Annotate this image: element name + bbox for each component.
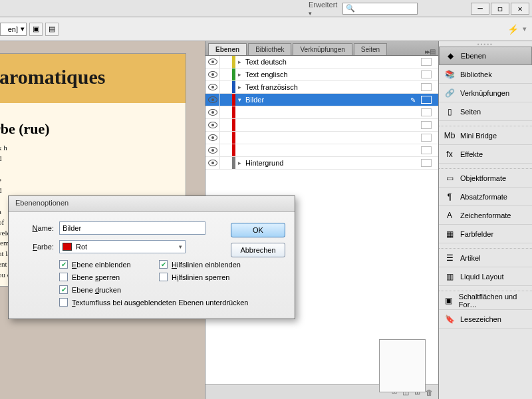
dock-item-icon: A — [444, 210, 455, 221]
dock-item-liquid-layout[interactable]: ▥Liquid Layout — [439, 267, 532, 286]
checkbox-option[interactable]: ✔Ebene drucken — [59, 285, 159, 294]
control-bar: en]▾ ▣ ▤ ⚡ ▾ — [0, 17, 532, 41]
dock-item-label: Verknüpfungen — [460, 89, 509, 97]
toolbar-icon-2[interactable]: ▤ — [45, 23, 59, 36]
selection-indicator[interactable] — [421, 96, 432, 104]
layer-row[interactable]: ▾Bilder✎ — [205, 94, 438, 106]
layer-color-bar — [232, 56, 235, 68]
image-frame-placeholder[interactable] — [379, 339, 426, 392]
dock-item-label: Farbfelder — [460, 230, 493, 238]
layer-row[interactable]: ▸Text englisch — [205, 68, 438, 81]
selection-indicator[interactable] — [421, 70, 432, 78]
checkbox-option[interactable]: Hilfslinien sperren — [159, 273, 285, 281]
panel-tab-seiten[interactable]: Seiten — [354, 43, 387, 55]
selection-indicator[interactable] — [421, 83, 432, 91]
layer-row[interactable]: ▸Text französisch — [205, 81, 438, 94]
checkbox-icon[interactable]: ✔ — [159, 260, 168, 269]
dock-item-mini-bridge[interactable]: MbMini Bridge — [439, 126, 532, 145]
dock-item-schaltfl-chen-und-for-[interactable]: ▣Schaltflächen und For… — [439, 291, 532, 310]
dock-item-ebenen[interactable]: ◆Ebenen — [439, 47, 532, 65]
checkbox-icon[interactable] — [59, 298, 68, 307]
disclosure-triangle-icon[interactable]: ▸ — [238, 84, 241, 90]
panel-tab-bibliothek[interactable]: Bibliothek — [248, 43, 291, 55]
eye-icon — [208, 109, 217, 116]
dock-item-absatzformate[interactable]: ¶Absatzformate — [439, 188, 532, 206]
visibility-toggle[interactable] — [205, 119, 220, 131]
layer-name-input[interactable] — [59, 221, 205, 235]
disclosure-triangle-icon[interactable]: ▸ — [238, 71, 241, 78]
panel-tabs: EbenenBibliothekVerknüpfungenSeiten▸▸ ▤ — [205, 41, 438, 56]
dock-item-farbfelder[interactable]: ▦Farbfelder — [439, 225, 532, 243]
dock-item-icon: 📚 — [444, 69, 455, 80]
dock-item-label: Ebenen — [461, 52, 486, 60]
eye-icon — [208, 71, 217, 78]
layer-name-label: Hintergrund — [244, 159, 421, 167]
selection-indicator[interactable] — [421, 146, 432, 154]
layer-row[interactable]: ▸Text deutsch — [205, 56, 438, 68]
bolt-icon[interactable]: ⚡ — [507, 24, 519, 35]
checkbox-icon[interactable] — [159, 273, 168, 281]
checkbox-option[interactable]: Ebene sperren — [59, 273, 159, 281]
dock-item-artikel[interactable]: ☰Artikel — [439, 249, 532, 267]
selection-indicator[interactable] — [421, 134, 432, 142]
dialog-title: Ebenenoptionen — [9, 196, 295, 212]
selection-indicator[interactable] — [421, 108, 432, 116]
checkbox-icon[interactable]: ✔ — [59, 285, 68, 294]
search-input[interactable]: 🔍 — [342, 3, 418, 15]
layer-row[interactable] — [205, 106, 438, 119]
checkbox-icon[interactable] — [59, 273, 68, 281]
selection-indicator[interactable] — [421, 58, 432, 66]
dock-item-effekte[interactable]: fxEffekte — [439, 145, 532, 164]
selection-indicator[interactable] — [421, 159, 432, 167]
disclosure-triangle-icon[interactable]: ▾ — [238, 96, 241, 103]
dock-item-icon: ▭ — [444, 173, 455, 184]
layer-color-bar — [232, 144, 235, 156]
layer-row[interactable]: ▸Hintergrund — [205, 157, 438, 170]
disclosure-triangle-icon[interactable]: ▸ — [238, 59, 241, 65]
eye-icon — [208, 84, 217, 90]
dock-item-objektformate[interactable]: ▭Objektformate — [439, 169, 532, 188]
zoom-dropdown[interactable]: en]▾ — [0, 23, 27, 36]
dock-item-icon: ▥ — [444, 271, 455, 282]
ok-button[interactable]: OK — [231, 223, 285, 237]
layer-row[interactable] — [205, 144, 438, 157]
dock-item-verkn-pfungen[interactable]: 🔗Verknüpfungen — [439, 84, 532, 102]
workspace-mode-dropdown[interactable]: Erweitert — [309, 1, 337, 17]
minimize-button[interactable]: ─ — [471, 3, 489, 15]
checkbox-option[interactable]: ✔Ebene einblenden — [59, 260, 159, 269]
layer-row[interactable] — [205, 119, 438, 132]
checkbox-option[interactable]: ✔Hilfslinien einblenden — [159, 260, 285, 269]
checkbox-label: Textumfluss bei ausgeblendeten Ebenen un… — [72, 299, 248, 307]
layer-color-bar — [232, 157, 235, 169]
visibility-toggle[interactable] — [205, 81, 220, 93]
visibility-toggle[interactable] — [205, 56, 220, 68]
dock-item-bibliothek[interactable]: 📚Bibliothek — [439, 65, 532, 84]
dock-grip[interactable]: ▪▪▪▪▪ — [439, 41, 532, 47]
layer-color-bar — [232, 81, 235, 93]
dock-separator — [439, 164, 532, 169]
visibility-toggle[interactable] — [205, 157, 220, 169]
dock-item-zeichenformate[interactable]: AZeichenformate — [439, 206, 532, 225]
panel-tab-ebenen[interactable]: Ebenen — [208, 43, 247, 55]
checkbox-option[interactable]: Textumfluss bei ausgeblendeten Ebenen un… — [59, 298, 285, 307]
visibility-toggle[interactable] — [205, 94, 220, 106]
maximize-button[interactable]: ◻ — [491, 3, 509, 15]
visibility-toggle[interactable] — [205, 132, 220, 144]
layer-row[interactable] — [205, 132, 438, 144]
close-button[interactable]: ✕ — [511, 3, 529, 15]
visibility-toggle[interactable] — [205, 144, 220, 156]
checkbox-icon[interactable]: ✔ — [59, 260, 68, 269]
visibility-toggle[interactable] — [205, 68, 220, 80]
disclosure-triangle-icon[interactable]: ▸ — [238, 160, 241, 166]
panel-tab-verknüpfungen[interactable]: Verknüpfungen — [293, 43, 352, 55]
doc-subheading: rbe (rue) — [0, 103, 186, 138]
toolbar-icon-1[interactable]: ▣ — [29, 23, 43, 36]
delete-layer-icon[interactable]: 🗑 — [426, 388, 433, 396]
visibility-toggle[interactable] — [205, 106, 220, 118]
panel-collapse-icon[interactable]: ▸▸ ▤ — [421, 48, 438, 55]
selection-indicator[interactable] — [421, 121, 432, 129]
dock-item-seiten[interactable]: ▯Seiten — [439, 102, 532, 121]
layer-color-select[interactable]: Rot — [59, 240, 186, 253]
dock-item-lesezeichen[interactable]: 🔖Lesezeichen — [439, 310, 532, 329]
cancel-button[interactable]: Abbrechen — [231, 243, 285, 257]
